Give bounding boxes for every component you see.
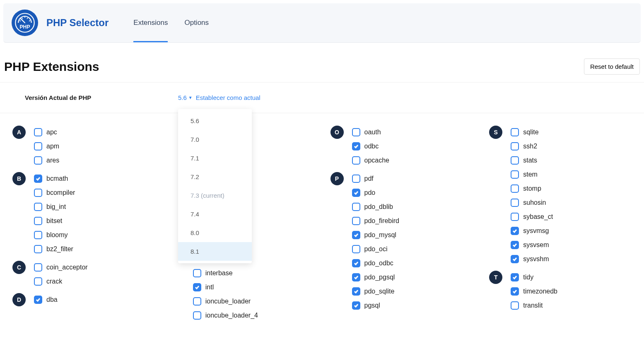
checkbox[interactable] xyxy=(511,142,519,150)
ext-item[interactable]: interbase xyxy=(193,269,258,277)
tab-options[interactable]: Options xyxy=(184,3,209,42)
ext-item[interactable]: pdo_dblib xyxy=(352,203,400,211)
checkbox[interactable] xyxy=(511,199,519,207)
ext-item[interactable]: bcmath xyxy=(34,175,75,183)
ext-item[interactable]: intl xyxy=(193,283,258,291)
checkbox[interactable] xyxy=(352,231,360,239)
checkbox[interactable] xyxy=(352,175,360,183)
checkbox[interactable] xyxy=(193,297,201,306)
ext-item[interactable]: sqlite xyxy=(511,128,553,136)
checkbox[interactable] xyxy=(34,245,42,253)
checkbox[interactable] xyxy=(34,156,42,165)
group-letter: S xyxy=(489,126,502,139)
ext-item[interactable]: bcompiler xyxy=(34,189,75,197)
checkbox[interactable] xyxy=(511,170,519,179)
version-option[interactable]: 8.0 xyxy=(178,223,252,242)
checkbox[interactable] xyxy=(352,245,360,253)
ext-item[interactable]: pdo_sqlite xyxy=(352,287,400,296)
checkbox[interactable] xyxy=(352,287,360,296)
version-option[interactable]: 7.2 xyxy=(178,167,252,186)
checkbox[interactable] xyxy=(34,203,42,211)
ext-item[interactable]: sysvsem xyxy=(511,241,553,249)
checkbox[interactable] xyxy=(352,128,360,136)
ext-item[interactable]: sysvshm xyxy=(511,255,553,263)
ext-item[interactable]: stem xyxy=(511,170,553,179)
checkbox[interactable] xyxy=(352,203,360,211)
ext-item[interactable]: pdo_oci xyxy=(352,245,400,253)
ext-item[interactable]: bitset xyxy=(34,217,75,225)
tab-extensions[interactable]: Extensions xyxy=(133,3,168,42)
version-option[interactable]: 5.6 xyxy=(178,112,252,130)
ext-item[interactable]: stats xyxy=(511,156,553,165)
checkbox[interactable] xyxy=(511,301,519,310)
ext-item[interactable]: apm xyxy=(34,142,59,150)
ext-item[interactable]: bloomy xyxy=(34,231,75,239)
ext-item[interactable]: big_int xyxy=(34,203,75,211)
checkbox[interactable] xyxy=(34,128,42,136)
checkbox[interactable] xyxy=(511,213,519,221)
ext-item[interactable]: pdo xyxy=(352,189,400,197)
ext-item[interactable]: pgsql xyxy=(352,301,400,310)
ext-item[interactable]: ioncube_loader_4 xyxy=(193,311,258,320)
ext-item[interactable]: suhosin xyxy=(511,199,553,207)
ext-item[interactable]: ioncube_loader xyxy=(193,297,258,306)
checkbox[interactable] xyxy=(193,283,201,291)
ext-item[interactable]: pdo_firebird xyxy=(352,217,400,225)
ext-item[interactable]: dba xyxy=(34,296,58,304)
version-option[interactable]: 7.0 xyxy=(178,130,252,149)
checkbox[interactable] xyxy=(352,301,360,310)
checkbox[interactable] xyxy=(511,255,519,263)
ext-item[interactable]: oauth xyxy=(352,128,390,136)
ext-item[interactable]: translit xyxy=(511,301,557,310)
ext-item[interactable]: coin_acceptor xyxy=(34,263,88,272)
page-title-row: PHP Extensions Reset to default xyxy=(0,46,644,82)
checkbox[interactable] xyxy=(34,142,42,150)
version-select[interactable]: 5.6 ▼ xyxy=(178,94,193,101)
ext-item[interactable]: tidy xyxy=(511,273,557,281)
ext-group: Ccoin_acceptorcrack xyxy=(12,261,155,286)
ext-item[interactable]: sysvmsg xyxy=(511,227,553,235)
checkbox[interactable] xyxy=(34,189,42,197)
ext-item[interactable]: ares xyxy=(34,156,59,165)
checkbox[interactable] xyxy=(511,287,519,296)
checkbox[interactable] xyxy=(352,156,360,165)
checkbox[interactable] xyxy=(511,241,519,249)
checkbox[interactable] xyxy=(352,189,360,197)
ext-item[interactable]: ssh2 xyxy=(511,142,553,150)
checkbox[interactable] xyxy=(511,184,519,193)
checkbox[interactable] xyxy=(511,227,519,235)
checkbox[interactable] xyxy=(352,142,360,150)
checkbox[interactable] xyxy=(34,231,42,239)
ext-item[interactable]: crack xyxy=(34,277,88,286)
checkbox[interactable] xyxy=(34,296,42,304)
checkbox[interactable] xyxy=(352,217,360,225)
checkbox[interactable] xyxy=(511,273,519,281)
version-option[interactable]: 7.1 xyxy=(178,149,252,167)
checkbox[interactable] xyxy=(193,269,201,277)
checkbox[interactable] xyxy=(34,277,42,286)
ext-label: sybase_ct xyxy=(523,213,553,221)
set-current-link[interactable]: Establecer como actual xyxy=(196,94,260,101)
reset-button[interactable]: Reset to default xyxy=(584,58,640,75)
checkbox[interactable] xyxy=(352,259,360,267)
checkbox[interactable] xyxy=(34,217,42,225)
ext-item[interactable]: bz2_filter xyxy=(34,245,75,253)
ext-item[interactable]: pdf xyxy=(352,175,400,183)
checkbox[interactable] xyxy=(352,273,360,281)
checkbox[interactable] xyxy=(511,128,519,136)
ext-item[interactable]: pdo_pgsql xyxy=(352,273,400,281)
checkbox[interactable] xyxy=(34,263,42,272)
version-option[interactable]: 8.1 xyxy=(178,242,252,261)
ext-item[interactable]: apc xyxy=(34,128,59,136)
version-option[interactable]: 7.4 xyxy=(178,205,252,223)
ext-item[interactable]: odbc xyxy=(352,142,390,150)
checkbox[interactable] xyxy=(34,175,42,183)
ext-item[interactable]: pdo_odbc xyxy=(352,259,400,267)
checkbox[interactable] xyxy=(193,311,201,320)
checkbox[interactable] xyxy=(511,156,519,165)
ext-item[interactable]: timezonedb xyxy=(511,287,557,296)
ext-item[interactable]: pdo_mysql xyxy=(352,231,400,239)
ext-item[interactable]: sybase_ct xyxy=(511,213,553,221)
ext-item[interactable]: opcache xyxy=(352,156,390,165)
ext-item[interactable]: stomp xyxy=(511,184,553,193)
